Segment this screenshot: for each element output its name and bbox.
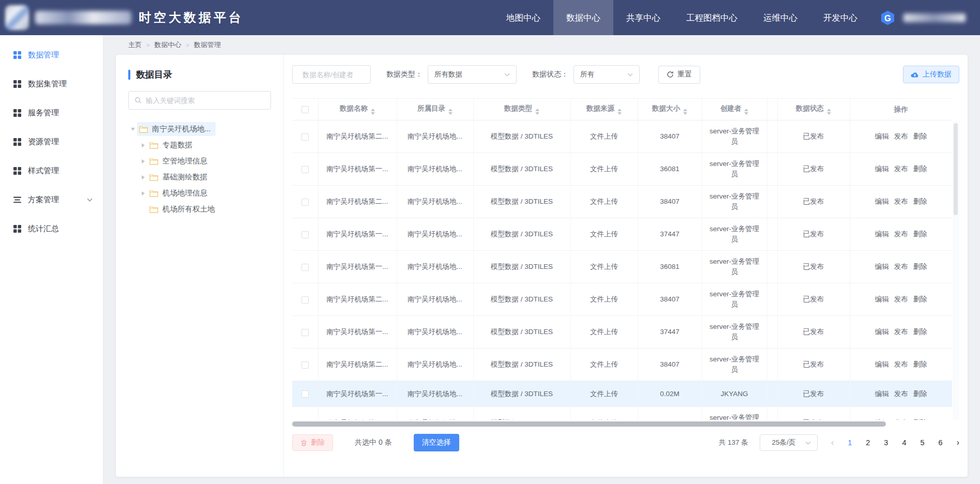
sidebar-item[interactable]: 统计汇总 (0, 214, 103, 243)
action-link[interactable]: 删除 (913, 295, 927, 303)
action-link[interactable]: 删除 (913, 198, 927, 205)
row-checkbox[interactable] (301, 264, 309, 271)
action-link[interactable]: 发布 (894, 419, 908, 420)
tree-node[interactable]: 空管地理信息 (139, 153, 271, 169)
sidebar-item[interactable]: 样式管理 (0, 156, 103, 185)
caret-right-icon[interactable] (139, 143, 147, 147)
table-search-input[interactable] (303, 71, 394, 79)
column-header-creator[interactable]: 创建者 (702, 99, 767, 120)
caret-right-icon[interactable] (139, 175, 147, 179)
row-checkbox[interactable] (301, 231, 309, 238)
action-link[interactable]: 发布 (894, 230, 908, 238)
column-header-type[interactable]: 数据类型 (473, 99, 570, 120)
upload-data-button[interactable]: 上传数据 (903, 66, 959, 83)
row-checkbox[interactable] (301, 166, 309, 173)
page-size-select[interactable]: 25条/页 (760, 434, 818, 451)
status-select[interactable]: 所有 (574, 65, 640, 84)
sort-icon[interactable] (371, 109, 375, 115)
sort-icon[interactable] (683, 109, 687, 115)
tree-node[interactable]: 基础测绘数据 (139, 169, 271, 185)
action-link[interactable]: 删除 (913, 419, 927, 420)
sort-icon[interactable] (448, 109, 453, 115)
reset-button[interactable]: 重置 (658, 66, 700, 84)
action-link[interactable]: 删除 (913, 132, 927, 140)
sort-icon[interactable] (744, 109, 748, 115)
action-link[interactable]: 编辑 (875, 328, 889, 336)
row-checkbox[interactable] (301, 296, 309, 304)
pagination-prev[interactable]: ‹ (831, 438, 834, 447)
action-link[interactable]: 编辑 (875, 419, 889, 420)
action-link[interactable]: 编辑 (875, 165, 889, 173)
nav-item[interactable]: 地图中心 (493, 0, 553, 35)
column-header-source[interactable]: 数据来源 (570, 99, 638, 120)
sidebar-item[interactable]: 方案管理 (0, 185, 103, 214)
tree-node[interactable]: 机场地理信息 (139, 185, 271, 201)
action-link[interactable]: 编辑 (875, 198, 889, 205)
select-all-checkbox[interactable] (301, 106, 309, 113)
sidebar-item[interactable]: 服务管理 (0, 98, 103, 127)
vertical-scrollbar-thumb[interactable] (954, 123, 958, 215)
action-link[interactable]: 发布 (894, 328, 908, 336)
action-link[interactable]: 删除 (913, 263, 927, 270)
column-header-status[interactable]: 数据状态 (777, 99, 850, 120)
caret-right-icon[interactable] (139, 191, 147, 195)
column-header-name[interactable]: 数据名称 (318, 99, 397, 120)
action-link[interactable]: 发布 (894, 165, 908, 173)
row-checkbox[interactable] (301, 329, 309, 336)
action-link[interactable]: 发布 (894, 360, 908, 368)
delete-button[interactable]: 删除 (292, 434, 333, 451)
username-blurred[interactable] (903, 13, 966, 22)
action-link[interactable]: 发布 (894, 198, 908, 205)
action-link[interactable]: 编辑 (875, 390, 889, 398)
page-number[interactable]: 1 (848, 438, 852, 447)
row-checkbox[interactable] (301, 133, 309, 141)
horizontal-scrollbar-thumb[interactable] (292, 421, 886, 427)
action-link[interactable]: 发布 (894, 132, 908, 140)
action-link[interactable]: 删除 (913, 230, 927, 238)
action-link[interactable]: 发布 (894, 263, 908, 270)
action-link[interactable]: 编辑 (875, 360, 889, 368)
nav-item[interactable]: 共享中心 (613, 0, 673, 35)
nav-item[interactable]: 开发中心 (810, 0, 870, 35)
sort-icon[interactable] (827, 109, 831, 115)
page-number[interactable]: 6 (939, 438, 943, 447)
breadcrumb-item[interactable]: 数据管理 (194, 40, 221, 50)
action-link[interactable]: 删除 (913, 390, 927, 398)
caret-down-icon[interactable] (128, 128, 137, 131)
breadcrumb-item[interactable]: 数据中心 (154, 40, 181, 50)
pagination-next[interactable]: › (957, 438, 959, 447)
action-link[interactable]: 发布 (894, 295, 908, 303)
action-link[interactable]: 编辑 (875, 230, 889, 238)
column-header-checkbox[interactable] (292, 99, 318, 120)
action-link[interactable]: 删除 (913, 165, 927, 173)
action-link[interactable]: 删除 (913, 360, 927, 368)
nav-item[interactable]: 数据中心 (553, 0, 613, 35)
row-checkbox[interactable] (301, 390, 309, 398)
column-header-catalog[interactable]: 所属目录 (397, 99, 473, 120)
action-link[interactable]: 编辑 (875, 295, 889, 303)
row-checkbox[interactable] (301, 199, 309, 206)
clear-selection-button[interactable]: 清空选择 (414, 434, 459, 451)
sidebar-item[interactable]: 数据管理 (0, 40, 103, 69)
sidebar-item[interactable]: 资源管理 (0, 127, 103, 156)
tree-node[interactable]: 专题数据 (139, 137, 271, 153)
type-select[interactable]: 所有数据 (428, 65, 517, 84)
caret-right-icon[interactable] (139, 159, 147, 163)
page-number[interactable]: 5 (921, 438, 925, 447)
page-number[interactable]: 4 (902, 438, 906, 447)
action-link[interactable]: 编辑 (875, 132, 889, 140)
sidebar-item[interactable]: 数据集管理 (0, 69, 103, 98)
catalog-search-input[interactable] (146, 97, 265, 104)
breadcrumb-item[interactable]: 主页 (128, 40, 142, 50)
sort-icon[interactable] (617, 109, 622, 115)
page-number[interactable]: 2 (866, 438, 870, 447)
tree-node[interactable]: 机场所有权土地 (139, 201, 271, 217)
row-checkbox[interactable] (301, 361, 309, 369)
tree-node-root[interactable]: 南宁吴圩机场地... (128, 121, 271, 137)
action-link[interactable]: 发布 (894, 390, 908, 398)
sort-icon[interactable] (535, 109, 539, 115)
page-number[interactable]: 3 (884, 438, 888, 447)
nav-item[interactable]: 工程图档中心 (673, 0, 750, 35)
nav-item[interactable]: 运维中心 (750, 0, 810, 35)
action-link[interactable]: 删除 (913, 328, 927, 336)
